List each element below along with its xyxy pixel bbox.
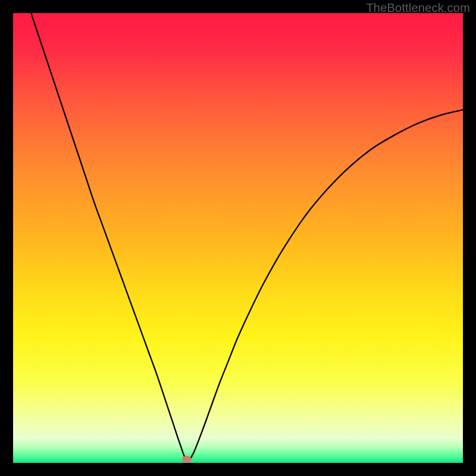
chart-frame: TheBottleneck.com [0, 0, 476, 476]
plot-area [13, 13, 463, 463]
optimal-point-marker [182, 456, 192, 463]
bottleneck-curve [13, 13, 463, 463]
watermark-text: TheBottleneck.com [366, 1, 470, 15]
